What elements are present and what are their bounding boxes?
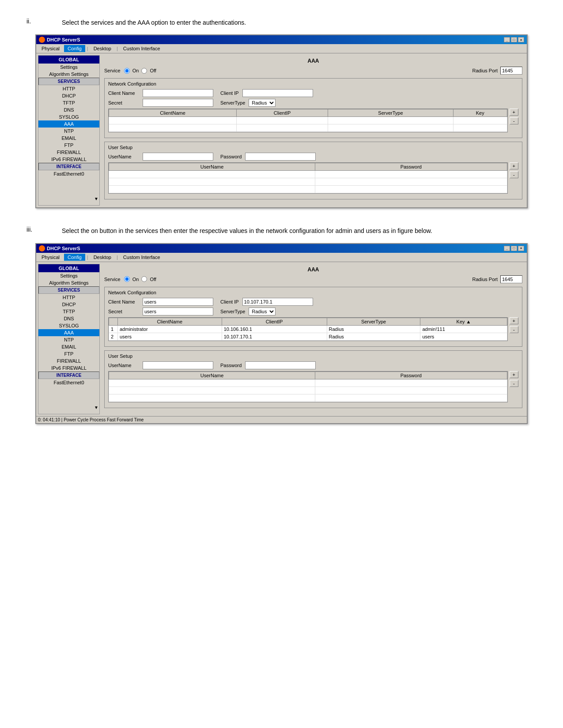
row2-key-2: users (420, 333, 507, 340)
sidebar-firewall-2[interactable]: FIREWALL (38, 357, 99, 364)
table-row (109, 379, 507, 387)
sidebar-2: GLOBAL Settings Algorithm Settings SERVI… (38, 264, 100, 414)
sidebar-firewall-1[interactable]: FIREWALL (38, 149, 99, 156)
minimize-btn-1[interactable]: _ (504, 37, 510, 42)
menu-desktop-1[interactable]: Desktop (90, 45, 115, 52)
sidebar-http-2[interactable]: HTTP (38, 294, 99, 301)
menu-desktop-2[interactable]: Desktop (90, 254, 115, 261)
secret-input-2[interactable] (143, 308, 213, 315)
add-user-btn-1[interactable]: + (510, 162, 518, 169)
sidebar-tftp-1[interactable]: TFTP (38, 99, 99, 106)
radius-port-label-2: Radius Port (472, 277, 498, 282)
maximize-btn-2[interactable]: □ (511, 246, 517, 251)
sidebar-http-1[interactable]: HTTP (38, 85, 99, 92)
password-label-2: Password (220, 363, 242, 368)
radio-off-2[interactable] (141, 276, 147, 282)
maximize-btn-1[interactable]: □ (511, 37, 517, 42)
sidebar-algorithm-2[interactable]: Algorithm Settings (38, 279, 99, 286)
sidebar-aaa-1[interactable]: AAA (38, 120, 99, 128)
table-row (109, 171, 507, 178)
window1-title: DHCP ServerS (47, 37, 80, 42)
title-bar-buttons-2: _ □ × (504, 246, 524, 251)
menu-custom-1[interactable]: Custom Interface (120, 45, 164, 52)
client-ip-input-2[interactable] (242, 298, 313, 306)
off-label-1: Off (150, 68, 156, 73)
close-btn-1[interactable]: × (518, 37, 524, 42)
minimize-btn-2[interactable]: _ (504, 246, 510, 251)
secret-input-1[interactable] (143, 99, 213, 107)
radio-off-1[interactable] (141, 68, 147, 74)
step-iii-block: iii. Select the on button in the service… (26, 226, 537, 424)
table-row: 1 administrator 10.106.160.1 Radius admi… (109, 325, 507, 333)
username-input-1[interactable] (143, 153, 213, 161)
sidebar-dns-2[interactable]: DNS (38, 315, 99, 322)
network-data-table-2: ClientName ClientIP ServerType Key ▲ 1 (109, 318, 507, 341)
username-input-2[interactable] (143, 361, 213, 369)
server-type-select-1[interactable]: Radius Local (249, 99, 276, 107)
sidebar-fastethernet-1[interactable]: FastEthernet0 (38, 170, 99, 177)
remove-network-btn-1[interactable]: - (510, 117, 518, 124)
client-name-input-1[interactable] (143, 89, 213, 97)
menu-custom-2[interactable]: Custom Interface (120, 254, 164, 261)
radius-port-input-1[interactable] (500, 67, 522, 75)
remove-user-btn-1[interactable]: - (510, 171, 518, 178)
add-network-btn-1[interactable]: + (510, 109, 518, 116)
table2-container-2: UserName Password (108, 371, 518, 405)
radio-on-1[interactable] (124, 68, 130, 74)
sidebar-dns-1[interactable]: DNS (38, 106, 99, 113)
user-setup-1: User Setup UserName Password User (104, 142, 522, 199)
sidebar-aaa-2[interactable]: AAA (38, 329, 99, 336)
password-input-2[interactable] (245, 361, 316, 369)
close-btn-2[interactable]: × (518, 246, 524, 251)
remove-user-btn-2[interactable]: - (510, 380, 518, 387)
network-table-1: ClientName ClientIP ServerType Key (108, 109, 508, 132)
password-label-1: Password (220, 154, 242, 159)
col-key-2: Key ▲ (420, 318, 507, 325)
menu-config-1[interactable]: Config (64, 45, 85, 52)
sidebar-ftp-2[interactable]: FTP (38, 350, 99, 357)
sidebar-ftp-1[interactable]: FTP (38, 142, 99, 149)
menu-config-2[interactable]: Config (64, 254, 85, 261)
password-input-1[interactable] (245, 153, 316, 161)
sidebar-syslog-1[interactable]: SYSLOG (38, 113, 99, 120)
client-ip-input-1[interactable] (242, 89, 313, 97)
sidebar-ntp-1[interactable]: NTP (38, 128, 99, 135)
row1-name-2: administrator (118, 325, 222, 333)
step-ii-block: ii. Select the services and the AAA opti… (26, 18, 537, 208)
window-body-1: GLOBAL Settings Algorithm Settings SERVI… (36, 53, 527, 207)
sidebar-1: GLOBAL Settings Algorithm Settings SERVI… (38, 55, 100, 206)
add-user-btn-2[interactable]: + (510, 371, 518, 378)
sidebar-settings-1[interactable]: Settings (38, 64, 99, 71)
table-row: 2 users 10.107.170.1 Radius users (109, 333, 507, 340)
sidebar-ntp-2[interactable]: NTP (38, 336, 99, 343)
sidebar-dhcp-1[interactable]: DHCP (38, 92, 99, 99)
sidebar-ipv6-2[interactable]: IPv6 FIREWALL (38, 364, 99, 372)
menu-physical-1[interactable]: Physical (38, 45, 63, 52)
sidebar-syslog-2[interactable]: SYSLOG (38, 322, 99, 329)
add-network-btn-2[interactable]: + (510, 317, 518, 324)
sidebar-ipv6-1[interactable]: IPv6 FIREWALL (38, 156, 99, 163)
sidebar-tftp-2[interactable]: TFTP (38, 308, 99, 315)
server-type-select-2[interactable]: Radius Local (249, 308, 276, 315)
sidebar-fastethernet-2[interactable]: FastEthernet0 (38, 379, 99, 386)
row2-type-2: Radius (327, 333, 420, 340)
client-name-input-2[interactable] (143, 298, 213, 306)
sidebar-algorithm-1[interactable]: Algorithm Settings (38, 71, 99, 78)
radius-port-label-1: Radius Port (472, 68, 498, 73)
status-bar-2: 0: 04:41:10 | Power Cycle Process Fast F… (36, 416, 527, 423)
col-servertype-2: ServerType (327, 318, 420, 325)
radius-port-input-2[interactable] (500, 275, 522, 283)
network-table-2: ClientName ClientIP ServerType Key ▲ 1 (108, 317, 508, 341)
radio-on-2[interactable] (124, 276, 130, 282)
client-name-row-1: Client Name Client IP (108, 89, 518, 97)
sidebar-dhcp-2[interactable]: DHCP (38, 301, 99, 308)
network-config-1: Network Configuration Client Name Client… (104, 78, 522, 138)
remove-network-btn-2[interactable]: - (510, 326, 518, 333)
table-row (109, 124, 507, 132)
sidebar-settings-2[interactable]: Settings (38, 272, 99, 279)
sidebar-email-1[interactable]: EMAIL (38, 135, 99, 142)
username-label-1: UserName (108, 154, 139, 159)
sidebar-email-2[interactable]: EMAIL (38, 343, 99, 350)
menu-physical-2[interactable]: Physical (38, 254, 63, 261)
service-row-1: Service On Off Radius Port (104, 67, 522, 75)
